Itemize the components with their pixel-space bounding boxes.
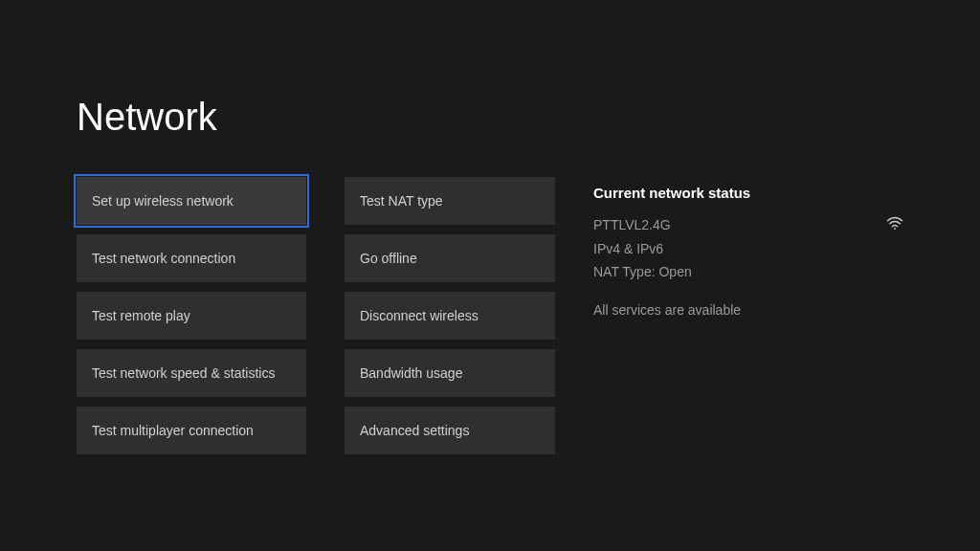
tile-bandwidth-usage[interactable]: Bandwidth usage [345, 349, 555, 397]
tile-go-offline[interactable]: Go offline [345, 234, 555, 282]
status-ip: IPv4 & IPv6 [593, 241, 903, 256]
tile-test-remote-play[interactable]: Test remote play [77, 292, 306, 340]
status-heading: Current network status [593, 185, 903, 201]
wifi-icon [886, 216, 903, 233]
tile-test-speed[interactable]: Test network speed & statistics [77, 349, 306, 397]
tile-test-connection[interactable]: Test network connection [77, 234, 306, 282]
svg-point-0 [894, 228, 896, 230]
tile-test-nat[interactable]: Test NAT type [345, 177, 555, 225]
content-area: Set up wireless network Test network con… [77, 177, 903, 454]
page-title: Network [77, 96, 903, 139]
tile-disconnect-wireless[interactable]: Disconnect wireless [345, 292, 555, 340]
status-services: All services are available [593, 302, 903, 318]
tile-setup-wireless[interactable]: Set up wireless network [77, 177, 306, 225]
tile-advanced-settings[interactable]: Advanced settings [345, 407, 555, 454]
status-ssid: PTTLVL2.4G [593, 217, 671, 232]
network-status-panel: Current network status PTTLVL2.4G IPv4 &… [593, 177, 903, 454]
status-nat: NAT Type: Open [593, 264, 903, 279]
tiles-column-right: Test NAT type Go offline Disconnect wire… [345, 177, 555, 454]
tile-test-multiplayer[interactable]: Test multiplayer connection [77, 407, 306, 454]
tiles-column-left: Set up wireless network Test network con… [77, 177, 306, 454]
